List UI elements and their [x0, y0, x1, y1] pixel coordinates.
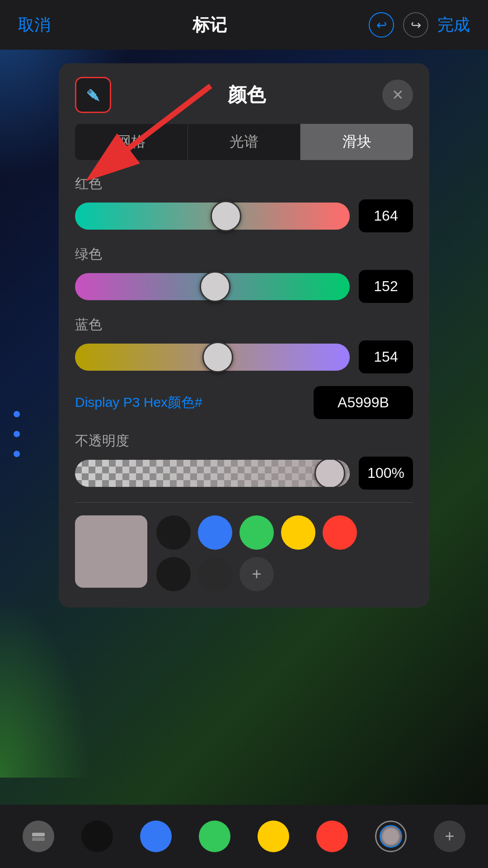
red-label: 红色 [75, 175, 413, 193]
sidebar-dot-2 [14, 431, 20, 437]
color-tabs: 网格 光谱 滑块 [75, 124, 413, 160]
opacity-thumb[interactable] [314, 460, 345, 487]
top-bar-actions: ↩ ↪ 完成 [369, 12, 470, 38]
eyedropper-button[interactable] [75, 77, 111, 113]
stack-icon [30, 828, 47, 844]
opacity-label: 不透明度 [75, 432, 413, 450]
eyedropper-icon [83, 85, 103, 105]
tab-spectrum[interactable]: 光谱 [188, 124, 301, 160]
top-bar: 取消 标记 ↩ ↪ 完成 [0, 0, 488, 50]
swatch-black[interactable] [156, 515, 191, 550]
blue-slider-section: 蓝色 154 [75, 316, 413, 373]
swatch-red[interactable] [323, 515, 357, 550]
green-value[interactable]: 152 [359, 270, 413, 303]
tool-yellow[interactable] [258, 821, 289, 852]
current-color-swatch[interactable] [75, 515, 147, 588]
tab-slider[interactable]: 滑块 [300, 124, 413, 160]
blue-value[interactable]: 154 [359, 340, 413, 373]
opacity-track[interactable] [75, 460, 350, 487]
tool-add[interactable]: + [434, 821, 465, 852]
swatches-row-1 [156, 515, 413, 550]
swatches-row-2: + [156, 557, 413, 591]
tool-red[interactable] [316, 821, 348, 852]
close-icon: ✕ [392, 86, 404, 104]
bg-green-accent [0, 597, 90, 778]
red-value[interactable]: 164 [359, 199, 413, 232]
undo-button[interactable]: ↩ [369, 12, 394, 38]
swatch-blue[interactable] [198, 515, 232, 550]
sidebar-dot-3 [14, 451, 20, 457]
svg-rect-7 [32, 837, 45, 841]
tool-black[interactable] [81, 821, 113, 852]
swatches-area: + [75, 515, 413, 591]
color-panel: 颜色 ✕ 网格 光谱 滑块 红色 164 绿色 152 蓝色 [59, 63, 429, 608]
swatch-green[interactable] [239, 515, 274, 550]
tool-stack[interactable] [23, 821, 54, 852]
cancel-button[interactable]: 取消 [18, 14, 51, 36]
close-button[interactable]: ✕ [382, 80, 413, 110]
green-slider-track[interactable] [75, 273, 350, 300]
tool-green[interactable] [199, 821, 230, 852]
tab-grid[interactable]: 网格 [75, 124, 188, 160]
panel-header: 颜色 ✕ [75, 77, 413, 113]
sidebar-dots [14, 411, 20, 457]
divider [75, 502, 413, 503]
opacity-row: 100% [75, 457, 413, 490]
red-slider-track[interactable] [75, 203, 350, 230]
blue-label: 蓝色 [75, 316, 413, 334]
swatch-yellow[interactable] [281, 515, 315, 550]
opacity-section: 不透明度 100% [75, 432, 413, 490]
green-slider-row: 152 [75, 270, 413, 303]
hex-value[interactable]: A5999B [314, 386, 413, 419]
bottom-toolbar: + [0, 805, 488, 868]
redo-button[interactable]: ↪ [403, 12, 428, 38]
red-slider-section: 红色 164 [75, 175, 413, 232]
swatch-add-button[interactable]: + [239, 557, 274, 591]
sidebar-dot-1 [14, 411, 20, 417]
green-label: 绿色 [75, 245, 413, 264]
hex-label[interactable]: Display P3 Hex颜色# [75, 393, 202, 412]
blue-slider-track[interactable] [75, 344, 350, 371]
blue-slider-thumb[interactable] [202, 342, 233, 373]
tool-gray[interactable] [375, 821, 407, 852]
swatches-grid: + [156, 515, 413, 591]
swatch-black-3[interactable] [198, 557, 232, 591]
swatch-black-2[interactable] [156, 557, 191, 591]
hex-row: Display P3 Hex颜色# A5999B [75, 386, 413, 419]
tool-blue[interactable] [140, 821, 172, 852]
red-slider-thumb[interactable] [211, 201, 241, 231]
svg-rect-6 [32, 833, 45, 836]
blue-slider-row: 154 [75, 340, 413, 373]
page-title: 标记 [192, 14, 227, 37]
panel-title: 颜色 [228, 82, 266, 108]
red-slider-row: 164 [75, 199, 413, 232]
opacity-overlay [75, 460, 350, 487]
opacity-value[interactable]: 100% [359, 457, 413, 490]
green-slider-section: 绿色 152 [75, 245, 413, 303]
green-slider-thumb[interactable] [200, 271, 230, 302]
done-button[interactable]: 完成 [437, 14, 470, 36]
